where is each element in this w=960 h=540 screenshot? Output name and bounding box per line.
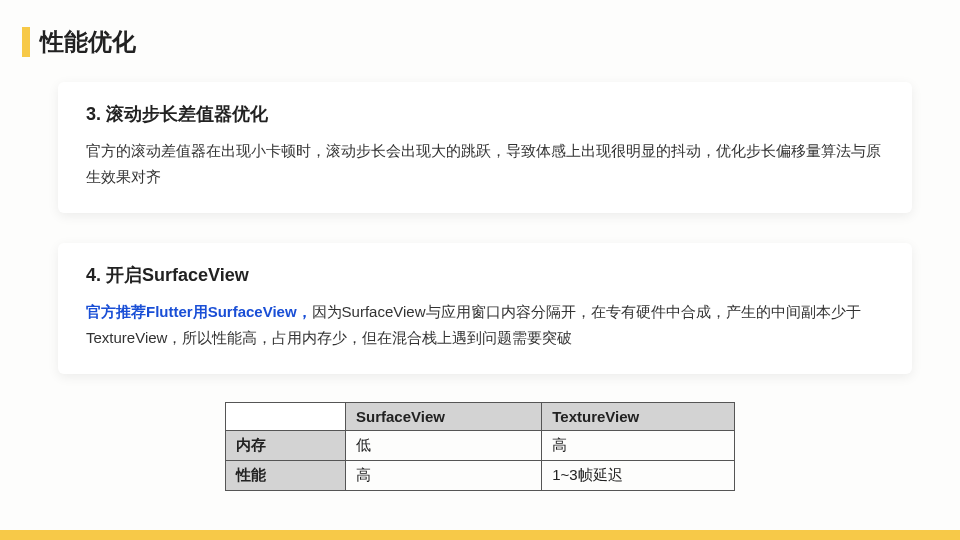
card4-title: 4. 开启SurfaceView [86,263,884,287]
card3-title: 3. 滚动步长差值器优化 [86,102,884,126]
cell-perf-tv: 1~3帧延迟 [542,461,735,491]
cell-memory-sv: 低 [346,431,542,461]
card-surfaceview: 4. 开启SurfaceView 官方推荐Flutter用SurfaceView… [58,243,912,374]
col-textureview: TextureView [542,403,735,431]
footer-accent-bar [0,530,960,540]
card-scroll-optimization: 3. 滚动步长差值器优化 官方的滚动差值器在出现小卡顿时，滚动步长会出现大的跳跃… [58,82,912,213]
table-row: 性能 高 1~3帧延迟 [226,461,735,491]
row-label-memory: 内存 [226,431,346,461]
comparison-table: SurfaceView TextureView 内存 低 高 性能 高 1~3帧… [225,402,735,491]
table-header-row: SurfaceView TextureView [226,403,735,431]
card4-highlight: 官方推荐Flutter用SurfaceView， [86,303,312,320]
page-title: 性能优化 [40,26,136,58]
comparison-table-wrap: SurfaceView TextureView 内存 低 高 性能 高 1~3帧… [225,402,735,491]
cell-memory-tv: 高 [542,431,735,461]
table-corner [226,403,346,431]
row-label-perf: 性能 [226,461,346,491]
table-row: 内存 低 高 [226,431,735,461]
card3-body: 官方的滚动差值器在出现小卡顿时，滚动步长会出现大的跳跃，导致体感上出现很明显的抖… [86,138,884,189]
card4-body: 官方推荐Flutter用SurfaceView，因为SurfaceView与应用… [86,299,884,350]
title-bar: 性能优化 [0,0,960,58]
col-surfaceview: SurfaceView [346,403,542,431]
cell-perf-sv: 高 [346,461,542,491]
accent-bar [22,27,30,57]
